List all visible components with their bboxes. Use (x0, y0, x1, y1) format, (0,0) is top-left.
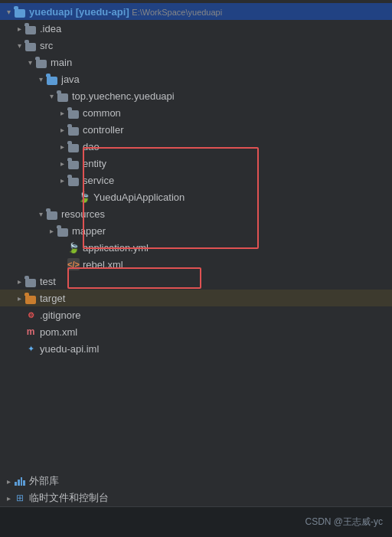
bottom-items: 外部库 ⊞ 临时文件和控制台 (0, 473, 392, 506)
folder-icon (14, 5, 26, 18)
folder-icon (35, 56, 47, 68)
arrow-icon (3, 6, 14, 17)
spring-icon: 🍃 (67, 241, 80, 254)
arrow-icon (57, 107, 67, 118)
folder-icon (24, 39, 37, 51)
arrow-icon (14, 40, 24, 51)
folder-icon (57, 224, 69, 237)
tree-item-package[interactable]: top.yuechenc.yueduapi (0, 87, 392, 104)
tree-item-dao[interactable]: dao (0, 138, 392, 155)
item-label: .gitignore (40, 309, 386, 321)
tree-item-java[interactable]: java (0, 70, 392, 87)
spacer (14, 326, 24, 337)
folder-icon (67, 106, 80, 119)
arrow-icon (3, 493, 14, 503)
arrow-icon (14, 276, 24, 287)
spacer (57, 259, 67, 270)
tree-item-service[interactable]: service (0, 172, 392, 188)
item-label: resources (61, 208, 386, 220)
item-label: test (40, 276, 386, 287)
bottom-bar: CSDN @王志威-yc (0, 506, 392, 537)
tree-item-gitignore[interactable]: ⚙ .gitignore (0, 306, 392, 323)
tree-item-entity[interactable]: entity (0, 155, 392, 172)
item-label: YueduApiApplication (93, 192, 386, 203)
item-label: yuedu-api.iml (40, 343, 386, 355)
item-label: java (61, 74, 386, 85)
item-label: src (40, 40, 386, 51)
item-label: pom.xml (40, 326, 386, 338)
folder-icon (67, 174, 80, 186)
tree-item-pomxml[interactable]: m pom.xml (0, 323, 392, 340)
folder-icon (67, 157, 80, 169)
folder-icon (24, 292, 37, 304)
pom-icon: m (24, 326, 37, 338)
item-label: controller (83, 124, 386, 136)
tree-item-rebelxml[interactable]: </> rebel.xml (0, 256, 392, 273)
folder-icon (46, 208, 58, 220)
item-label: yueduapi [yuedu-api] E:\WorkSpace\yuedua… (29, 6, 386, 18)
tree-item-console[interactable]: ⊞ 临时文件和控制台 (0, 490, 392, 506)
xml-icon: </> (67, 258, 80, 270)
tree-item-root[interactable]: yueduapi [yuedu-api] E:\WorkSpace\yuedua… (0, 3, 392, 20)
arrow-icon (14, 23, 24, 34)
arrow-icon (57, 124, 67, 135)
arrow-icon (3, 476, 14, 486)
spring-icon: 🍃 (78, 191, 90, 203)
spacer (67, 192, 78, 202)
arrow-icon (14, 293, 24, 303)
arrow-icon (57, 158, 67, 169)
spacer (14, 309, 24, 320)
git-icon: ⚙ (24, 309, 37, 321)
folder-icon (67, 123, 80, 136)
item-label: mapper (72, 225, 386, 237)
tree-item-common[interactable]: common (0, 104, 392, 121)
tree-item-iml[interactable]: ✦ yuedu-api.iml (0, 340, 392, 357)
tree-item-idea[interactable]: .idea (0, 20, 392, 37)
folder-icon (57, 90, 69, 102)
spacer (57, 242, 67, 253)
item-label: entity (83, 158, 386, 169)
console-icon: ⊞ (14, 492, 26, 504)
tree-item-target[interactable]: target (0, 290, 392, 306)
folder-icon (46, 73, 58, 85)
folder-icon (67, 140, 80, 152)
iml-icon: ✦ (24, 342, 37, 355)
item-label: service (83, 175, 386, 186)
item-label: main (51, 57, 386, 68)
item-label: rebel.xml (83, 259, 386, 270)
tree-item-appyml[interactable]: 🍃 application.yml (0, 239, 392, 256)
folder-icon (24, 275, 37, 287)
arrow-icon (57, 141, 67, 152)
spacer (14, 343, 24, 354)
item-label: application.yml (83, 242, 386, 254)
arrow-icon (35, 208, 46, 219)
item-label: .idea (40, 23, 386, 34)
item-label: dao (83, 141, 386, 152)
arrow-icon (24, 57, 35, 67)
arrow-icon (46, 90, 57, 101)
item-label: top.yuechenc.yueduapi (72, 90, 386, 102)
item-label: target (40, 293, 386, 304)
tree-item-appclass[interactable]: 🍃 YueduApiApplication (0, 188, 392, 205)
tree-item-external[interactable]: 外部库 (0, 473, 392, 490)
tree-item-test[interactable]: test (0, 273, 392, 290)
tree-item-mapper[interactable]: mapper (0, 222, 392, 239)
arrow-icon (57, 175, 67, 185)
folder-icon (24, 22, 37, 34)
arrow-icon (46, 225, 57, 236)
tree-item-src[interactable]: src (0, 37, 392, 54)
item-label: common (83, 107, 386, 119)
tree-item-resources[interactable]: resources (0, 205, 392, 222)
chart-icon (14, 475, 26, 487)
arrow-icon (35, 74, 46, 84)
tree-item-controller[interactable]: controller (0, 121, 392, 138)
watermark-text: CSDN @王志威-yc (305, 516, 383, 529)
item-label: 临时文件和控制台 (29, 491, 386, 505)
file-tree[interactable]: yueduapi [yuedu-api] E:\WorkSpace\yuedua… (0, 0, 392, 506)
tree-item-main[interactable]: main (0, 54, 392, 70)
item-label: 外部库 (29, 474, 386, 488)
